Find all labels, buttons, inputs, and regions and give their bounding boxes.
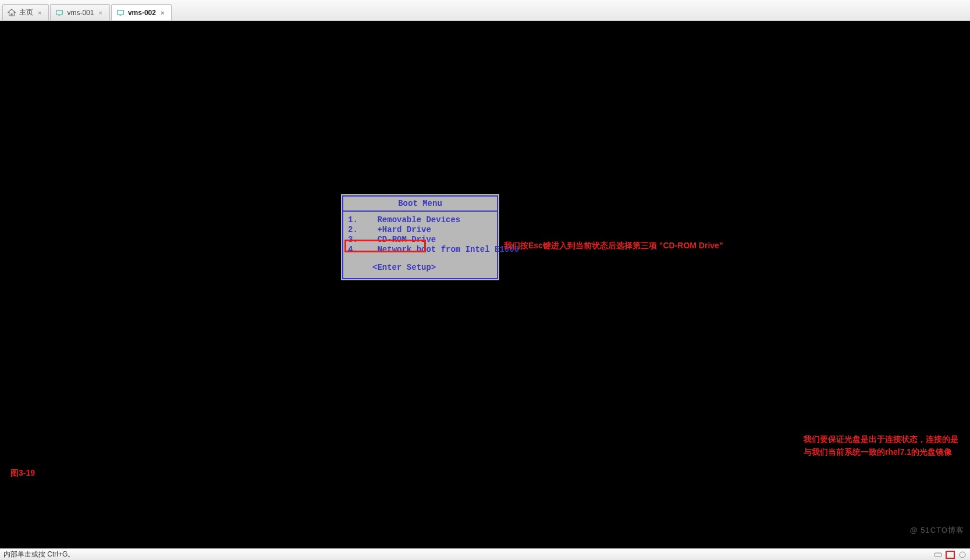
figure-caption: 图3-19 — [10, 466, 35, 479]
close-icon[interactable]: × — [159, 9, 165, 16]
boot-item-cdrom[interactable]: 3. CD-ROM Drive — [348, 235, 492, 245]
svg-rect-1 — [59, 15, 61, 16]
tab-label: 主页 — [19, 8, 33, 17]
close-icon[interactable]: × — [37, 9, 42, 16]
disk-icon[interactable] — [934, 551, 942, 559]
tab-bar: 主页 × vms-001 × vms-002 × — [0, 0, 970, 21]
boot-menu-body: 1. Removable Devices 2. +Hard Drive 3. C… — [343, 212, 497, 278]
tab-label: vms-001 — [67, 9, 94, 17]
tab-vms-002[interactable]: vms-002 × — [111, 4, 172, 20]
boot-menu: Boot Menu 1. Removable Devices 2. +Hard … — [341, 194, 499, 280]
tab-label: vms-002 — [128, 9, 156, 17]
tab-vms-001[interactable]: vms-001 × — [50, 4, 109, 20]
vm-icon — [55, 9, 63, 17]
vm-icon — [116, 9, 125, 17]
svg-rect-3 — [119, 15, 122, 16]
boot-menu-title: Boot Menu — [343, 197, 497, 212]
annotation-main: 我们按Esc键进入到当前状态后选择第三项 "CD-ROM Drive" — [504, 239, 723, 252]
annotation-connection: 我们要保证光盘是出于连接状态，连接的是 与我们当前系统一致的rhel7.1的光盘… — [804, 433, 958, 459]
annotation-line: 我们要保证光盘是出于连接状态，连接的是 — [804, 433, 958, 445]
tab-home[interactable]: 主页 × — [2, 4, 49, 20]
cdrom-status-icon[interactable] — [946, 551, 955, 559]
watermark: @ 51CTO博客 — [910, 525, 964, 536]
status-right — [934, 551, 967, 559]
boot-item-hard-drive[interactable]: 2. +Hard Drive — [348, 225, 492, 235]
annotation-line: 与我们当前系统一致的rhel7.1的光盘镜像 — [804, 445, 958, 458]
svg-rect-0 — [56, 10, 63, 15]
status-hint: 内部单击或按 Ctrl+G。 — [3, 550, 74, 559]
close-icon[interactable]: × — [97, 9, 103, 16]
svg-rect-4 — [935, 553, 941, 557]
boot-item-network[interactable]: 4. Network boot from Intel E1000 — [348, 245, 492, 255]
home-icon — [8, 9, 16, 17]
svg-rect-2 — [118, 10, 124, 15]
vm-console[interactable]: Boot Menu 1. Removable Devices 2. +Hard … — [0, 21, 970, 548]
network-status-icon[interactable] — [958, 551, 967, 559]
status-bar: 内部单击或按 Ctrl+G。 — [0, 548, 970, 560]
boot-enter-setup[interactable]: <Enter Setup> — [348, 255, 492, 272]
svg-point-5 — [960, 552, 965, 558]
boot-item-removable[interactable]: 1. Removable Devices — [348, 215, 492, 225]
